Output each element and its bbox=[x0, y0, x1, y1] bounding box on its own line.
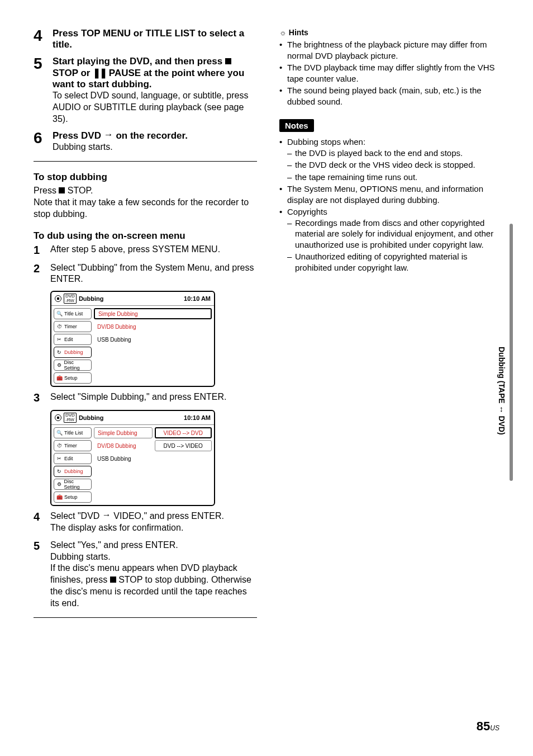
substep-number: 4 bbox=[34, 511, 45, 534]
note-item: Copyrights Recordings made from discs an… bbox=[279, 206, 503, 273]
substep-number: 2 bbox=[34, 262, 45, 286]
note1-text: Dubbing stops when: bbox=[287, 137, 365, 147]
pause-icon: ❚❚ bbox=[93, 67, 106, 79]
system-menu-screenshot-1: DVD-RW Dubbing 10:10 AM 🔍Title List ⏱Tim… bbox=[50, 291, 215, 387]
substep-2-text: Select "Dubbing" from the System Menu, a… bbox=[50, 262, 257, 286]
note-subitem: the DVD deck or the VHS video deck is st… bbox=[287, 159, 503, 171]
menu-side-label: Dubbing bbox=[64, 469, 83, 474]
hint-item: The brightness of the playback picture m… bbox=[279, 39, 503, 61]
onscreen-menu-heading: To dub using the on-screen menu bbox=[34, 230, 257, 242]
menu-title: Dubbing bbox=[79, 295, 104, 302]
menu-side-disc-setting: ⚙Disc Setting bbox=[54, 360, 92, 371]
menu-side-label: Dubbing bbox=[64, 349, 83, 355]
menu-side-label: Timer bbox=[64, 324, 77, 329]
divider bbox=[34, 617, 257, 618]
system-menu-screenshot-2: DVD-RW Dubbing 10:10 AM 🔍Title List ⏱Tim… bbox=[50, 410, 215, 506]
note3-text: Copyrights bbox=[287, 207, 327, 216]
menu-side-edit: ✂Edit bbox=[54, 453, 92, 464]
menu-side-setup: 🧰Setup bbox=[54, 492, 92, 503]
menu-option-usb-dubbing: USB Dubbing bbox=[94, 334, 212, 345]
menu-time: 10:10 AM bbox=[184, 414, 211, 421]
step-number: 5 bbox=[34, 56, 47, 125]
substep-5-text: Select "Yes," and press ENTER. Dubbing s… bbox=[50, 540, 257, 609]
step5-part2: STOP or bbox=[53, 68, 93, 78]
sub4-a: Select "DVD bbox=[50, 511, 102, 521]
stop-text-b: STOP. bbox=[65, 186, 93, 195]
disc-arrow-icon: ↻ bbox=[56, 349, 63, 356]
menu-side-title-list: 🔍Title List bbox=[54, 308, 92, 319]
sub4-c: The display asks for confirmation. bbox=[50, 523, 183, 532]
menu-option-dvd8-dubbing: DV/D8 Dubbing bbox=[94, 321, 212, 332]
step5-part1: Start playing the DVD, and then press bbox=[53, 56, 225, 67]
menu-main: Simple Dubbing VIDEO --> DVD DV/D8 Dubbi… bbox=[94, 427, 212, 503]
menu-title: Dubbing bbox=[79, 414, 104, 421]
notes-heading: Notes bbox=[279, 119, 314, 132]
left-column: 4 Press TOP MENU or TITLE LIST to select… bbox=[34, 28, 257, 626]
page-number-suffix: US bbox=[490, 724, 499, 732]
toolbox-icon: 🧰 bbox=[56, 375, 63, 381]
menu-main: Simple Dubbing DV/D8 Dubbing USB Dubbing bbox=[94, 308, 212, 384]
menu-side-dubbing: ↻Dubbing bbox=[54, 466, 92, 477]
divider bbox=[34, 161, 257, 162]
step-4-title: Press TOP MENU or TITLE LIST to select a… bbox=[53, 28, 257, 50]
hints-heading: ☼ Hints bbox=[279, 28, 503, 37]
menu-side-setup: 🧰Setup bbox=[54, 372, 92, 384]
hints-label: Hints bbox=[289, 28, 308, 37]
note-subitem: the tape remaining time runs out. bbox=[287, 172, 503, 183]
substep-5: 5 Select "Yes," and press ENTER. Dubbing… bbox=[34, 540, 257, 609]
stop-icon bbox=[59, 187, 65, 193]
arrow-right-icon: → bbox=[104, 129, 113, 140]
substep-1-text: After step 5 above, press SYSTEM MENU. bbox=[50, 244, 257, 257]
page-number: 85US bbox=[477, 719, 499, 734]
menu-option-video-to-dvd: VIDEO --> DVD bbox=[155, 427, 212, 438]
menu-sidebar: 🔍Title List ⏱Timer ✂Edit ↻Dubbing ⚙Disc … bbox=[54, 308, 92, 384]
step6-part1: Press DVD bbox=[53, 130, 104, 141]
stop-dubbing-heading: To stop dubbing bbox=[34, 172, 257, 183]
menu-option-simple-dubbing: Simple Dubbing bbox=[94, 308, 212, 319]
arrow-right-icon: → bbox=[102, 509, 111, 521]
menu-sidebar: 🔍Title List ⏱Timer ✂Edit ↻Dubbing ⚙Disc … bbox=[54, 427, 92, 503]
step6-part2: on the recorder. bbox=[113, 130, 188, 141]
substep-number: 1 bbox=[34, 244, 45, 257]
substep-4: 4 Select "DVD → VIDEO," and press ENTER.… bbox=[34, 511, 257, 534]
note3-sublist: Recordings made from discs and other cop… bbox=[287, 218, 503, 273]
toolbox-icon: 🧰 bbox=[56, 494, 63, 500]
stop-text-c: Note that it may take a few seconds for … bbox=[34, 197, 249, 219]
page-number-value: 85 bbox=[477, 719, 490, 733]
disc-arrow-icon: ↻ bbox=[56, 468, 63, 475]
clock-icon: ⏱ bbox=[56, 323, 63, 330]
sub5-a: Select "Yes," and press ENTER. bbox=[50, 540, 178, 550]
substep-number: 3 bbox=[34, 391, 45, 404]
side-tab-bar bbox=[510, 224, 513, 481]
disc-gear-icon: ⚙ bbox=[56, 362, 62, 368]
hint-item: The sound being played back (main, sub, … bbox=[279, 85, 503, 107]
note1-sublist: the DVD is played back to the end and st… bbox=[287, 148, 503, 183]
magnifier-icon: 🔍 bbox=[56, 310, 63, 317]
step-4: 4 Press TOP MENU or TITLE LIST to select… bbox=[34, 28, 257, 50]
substep-3-text: Select "Simple Dubbing," and press ENTER… bbox=[50, 391, 257, 404]
menu-side-disc-setting: ⚙Disc Setting bbox=[54, 479, 92, 490]
menu-time: 10:10 AM bbox=[184, 295, 211, 302]
substep-4-text: Select "DVD → VIDEO," and press ENTER. T… bbox=[50, 511, 257, 534]
bulb-icon: ☼ bbox=[279, 28, 287, 37]
stop-dubbing-text: Press STOP. Note that it may take a few … bbox=[34, 185, 257, 220]
menu-side-label: Title List bbox=[64, 430, 83, 436]
menu-side-label: Disc Setting bbox=[64, 360, 89, 371]
menu-header: DVD-RW Dubbing 10:10 AM bbox=[51, 411, 214, 425]
menu-side-edit: ✂Edit bbox=[54, 334, 92, 345]
menu-side-timer: ⏱Timer bbox=[54, 440, 92, 451]
menu-option-simple-dubbing: Simple Dubbing bbox=[94, 427, 153, 438]
sub4-b: VIDEO," and press ENTER. bbox=[111, 511, 224, 521]
note-item: The System Menu, OPTIONS menu, and infor… bbox=[279, 183, 503, 205]
note-subitem: Unauthorized editing of copyrighted mate… bbox=[287, 251, 503, 273]
menu-side-label: Setup bbox=[64, 375, 78, 381]
substep-1: 1 After step 5 above, press SYSTEM MENU. bbox=[34, 244, 257, 257]
menu-side-title-list: 🔍Title List bbox=[54, 427, 92, 438]
notes-list: Dubbing stops when: the DVD is played ba… bbox=[279, 136, 503, 273]
step-6-text: Dubbing starts. bbox=[53, 141, 257, 153]
menu-side-timer: ⏱Timer bbox=[54, 321, 92, 332]
clock-icon: ⏱ bbox=[56, 442, 63, 449]
menu-option-usb-dubbing: USB Dubbing bbox=[94, 453, 212, 464]
menu-side-label: Disc Setting bbox=[64, 479, 89, 490]
note-subitem: the DVD is played back to the end and st… bbox=[287, 148, 503, 159]
